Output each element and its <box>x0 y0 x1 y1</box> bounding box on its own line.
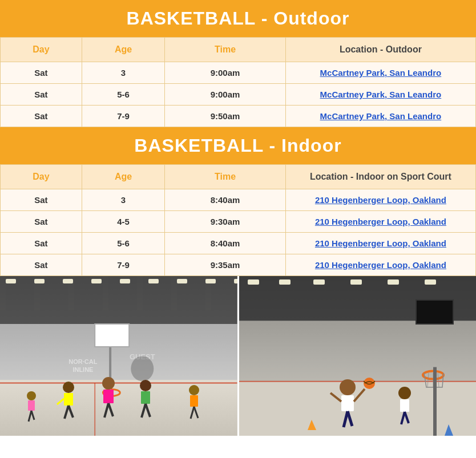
svg-rect-10 <box>234 279 237 283</box>
svg-point-22 <box>27 391 36 400</box>
svg-rect-4 <box>63 279 73 283</box>
indoor-col-day: Day <box>1 165 82 189</box>
indoor-col-age: Age <box>82 165 164 189</box>
svg-text:NOR·CAL: NOR·CAL <box>68 358 97 365</box>
outdoor-title: BASKETBALL - Outdoor <box>6 8 470 29</box>
outdoor-row-age: 7-9 <box>82 106 164 127</box>
outdoor-row: Sat 3 9:00am McCartney Park, San Leandro <box>1 62 476 84</box>
indoor-row-location[interactable]: 210 Hegenberger Loop, Oakland <box>285 254 475 276</box>
photo-left: NOR·CAL INLINE GUEST <box>0 276 239 436</box>
outdoor-row-day: Sat <box>1 106 82 127</box>
outdoor-col-location: Location - Outdoor <box>285 38 475 62</box>
indoor-location-link[interactable]: 210 Hegenberger Loop, Oakland <box>315 238 446 248</box>
svg-point-21 <box>131 356 154 381</box>
indoor-col-location: Location - Indoor on Sport Court <box>285 165 475 189</box>
indoor-row-day: Sat <box>1 211 82 233</box>
svg-rect-23 <box>28 400 35 411</box>
svg-rect-45 <box>248 279 259 285</box>
outdoor-row-time: 9:50am <box>165 106 286 127</box>
svg-point-39 <box>189 385 199 395</box>
indoor-row-location[interactable]: 210 Hegenberger Loop, Oakland <box>285 189 475 211</box>
outdoor-location-link[interactable]: McCartney Park, San Leandro <box>320 68 442 78</box>
outdoor-row-location[interactable]: McCartney Park, San Leandro <box>285 84 475 106</box>
svg-rect-62 <box>341 395 354 411</box>
svg-point-35 <box>140 380 151 391</box>
outdoor-row-day: Sat <box>1 84 82 106</box>
outdoor-col-time: Time <box>165 38 286 62</box>
indoor-row: Sat 4-5 9:30am 210 Hegenberger Loop, Oak… <box>1 211 476 233</box>
svg-rect-3 <box>34 279 45 283</box>
outdoor-row-age: 5-6 <box>82 84 164 106</box>
indoor-table: Day Age Time Location - Indoor on Sport … <box>0 164 476 276</box>
svg-point-61 <box>340 379 356 395</box>
indoor-row-age: 4-5 <box>82 211 164 233</box>
indoor-row-time: 8:40am <box>165 189 286 211</box>
indoor-row-time: 9:30am <box>165 211 286 233</box>
outdoor-col-age: Age <box>82 38 164 62</box>
indoor-row-age: 3 <box>82 189 164 211</box>
svg-rect-8 <box>177 279 187 283</box>
svg-rect-27 <box>64 393 73 406</box>
outdoor-row-day: Sat <box>1 62 82 84</box>
svg-rect-50 <box>425 279 436 285</box>
outdoor-row-time: 9:00am <box>165 62 286 84</box>
svg-rect-48 <box>350 279 362 285</box>
svg-rect-49 <box>388 279 399 285</box>
svg-text:INLINE: INLINE <box>72 366 93 373</box>
indoor-row-day: Sat <box>1 233 82 254</box>
svg-rect-6 <box>120 279 130 283</box>
svg-rect-46 <box>279 279 291 285</box>
indoor-header-row: Day Age Time Location - Indoor on Sport … <box>1 165 476 189</box>
indoor-row-time: 9:35am <box>165 254 286 276</box>
indoor-row-location[interactable]: 210 Hegenberger Loop, Oakland <box>285 211 475 233</box>
outdoor-row: Sat 7-9 9:50am McCartney Park, San Leand… <box>1 106 476 127</box>
indoor-location-link[interactable]: 210 Hegenberger Loop, Oakland <box>315 260 446 270</box>
svg-rect-12 <box>0 380 237 436</box>
indoor-location-link[interactable]: 210 Hegenberger Loop, Oakland <box>315 217 446 226</box>
svg-rect-7 <box>148 279 159 283</box>
outdoor-row-location[interactable]: McCartney Park, San Leandro <box>285 106 475 127</box>
svg-rect-9 <box>205 279 216 283</box>
svg-point-68 <box>398 387 411 399</box>
svg-rect-54 <box>416 300 453 324</box>
indoor-col-time: Time <box>165 165 286 189</box>
svg-rect-52 <box>239 382 477 436</box>
indoor-row-day: Sat <box>1 189 82 211</box>
photos-section: NOR·CAL INLINE GUEST <box>0 276 476 436</box>
svg-point-26 <box>63 382 74 393</box>
outdoor-header-row: Day Age Time Location - Outdoor <box>1 38 476 62</box>
outdoor-row: Sat 5-6 9:00am McCartney Park, San Leand… <box>1 84 476 106</box>
svg-rect-59 <box>433 367 437 436</box>
outdoor-col-day: Day <box>1 38 82 62</box>
indoor-row-time: 8:40am <box>165 233 286 254</box>
outdoor-location-link[interactable]: McCartney Park, San Leandro <box>320 111 442 121</box>
outdoor-location-link[interactable]: McCartney Park, San Leandro <box>320 90 442 99</box>
svg-rect-69 <box>400 399 409 412</box>
svg-rect-32 <box>103 390 114 403</box>
indoor-title: BASKETBALL - Indoor <box>6 135 470 156</box>
svg-point-31 <box>102 377 115 390</box>
outdoor-row-age: 3 <box>82 62 164 84</box>
indoor-row-age: 7-9 <box>82 254 164 276</box>
indoor-row-day: Sat <box>1 254 82 276</box>
svg-rect-16 <box>95 324 129 347</box>
indoor-row: Sat 7-9 9:35am 210 Hegenberger Loop, Oak… <box>1 254 476 276</box>
outdoor-row-location[interactable]: McCartney Park, San Leandro <box>285 62 475 84</box>
svg-rect-36 <box>141 391 150 404</box>
svg-rect-47 <box>313 279 325 285</box>
indoor-row-location[interactable]: 210 Hegenberger Loop, Oakland <box>285 233 475 254</box>
indoor-row-age: 5-6 <box>82 233 164 254</box>
indoor-row: Sat 5-6 8:40am 210 Hegenberger Loop, Oak… <box>1 233 476 254</box>
photo-right <box>239 276 477 436</box>
outdoor-section-header: BASKETBALL - Outdoor <box>0 0 476 37</box>
svg-rect-5 <box>91 279 102 283</box>
indoor-row: Sat 3 8:40am 210 Hegenberger Loop, Oakla… <box>1 189 476 211</box>
svg-rect-40 <box>190 395 198 407</box>
outdoor-table: Day Age Time Location - Outdoor Sat 3 9:… <box>0 37 476 127</box>
indoor-section-header: BASKETBALL - Indoor <box>0 127 476 164</box>
indoor-location-link[interactable]: 210 Hegenberger Loop, Oakland <box>315 195 446 205</box>
outdoor-row-time: 9:00am <box>165 84 286 106</box>
svg-rect-2 <box>6 279 16 283</box>
